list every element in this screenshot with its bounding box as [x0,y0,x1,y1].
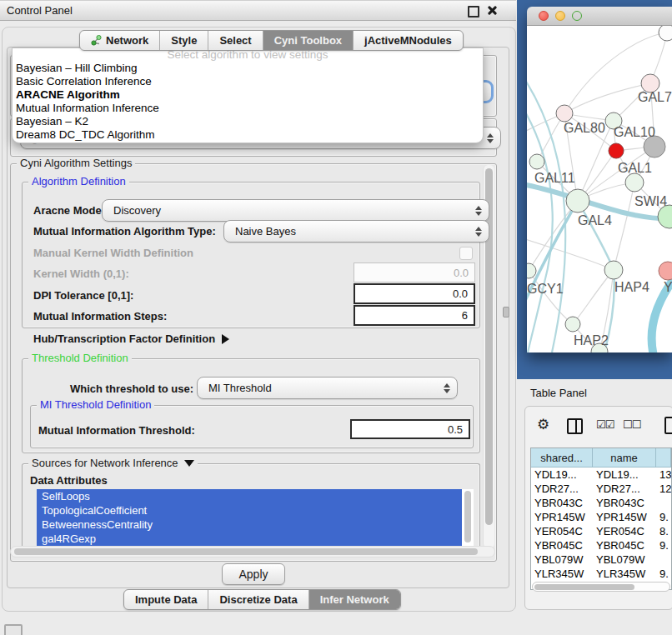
dpi-tolerance-field[interactable]: 0.0 [354,283,475,304]
mi-threshold-label: Mutual Information Threshold: [38,424,195,437]
column-header[interactable]: name [593,448,656,467]
close-icon[interactable] [487,5,498,16]
dropdown-item[interactable]: Mutual Information Inference [13,102,483,115]
network-window-titlebar[interactable] [527,7,672,26]
node-gal80[interactable] [556,105,573,122]
table-row[interactable]: YBR043C YBR043C [531,496,671,510]
table-cell: YPR145W [593,510,656,524]
table-cell: YDL19... [593,468,656,482]
table-cell: YBR045C [593,538,656,552]
node-gal4[interactable] [566,189,589,212]
table-horizontal-scrollbar[interactable] [532,582,670,592]
mi-type-label: Mutual Information Algorithm Type: [33,225,216,238]
mi-threshold-field[interactable]: 0.5 [350,419,470,439]
tab-discretize-data[interactable]: Discretize Data [208,590,308,609]
aracne-mode-label: Aracne Mode: [33,204,105,217]
node[interactable] [659,26,672,41]
table-cell: 9. [656,567,671,581]
minimize-traffic-light-icon[interactable] [555,11,565,21]
tab-select[interactable]: Select [208,31,262,50]
dropdown-item[interactable]: Bayesian – K2 [13,115,483,128]
chevron-right-icon [222,334,229,344]
node-pink[interactable] [659,262,672,280]
checked-columns-icon[interactable]: ☑☑ [596,418,614,431]
dropdown-item[interactable]: Dream8 DC_TDC Algorithm [13,128,483,142]
table-row[interactable]: YER054C YER054C 8. [531,524,671,538]
document-icon[interactable] [664,417,672,434]
tab-jactivemnodules[interactable]: jActiveMNodules [353,31,463,50]
minimized-panel-icon[interactable] [4,624,23,635]
node-hap4[interactable] [604,261,623,279]
tab-infer-network[interactable]: Infer Network [308,590,400,609]
network-view-window: GAL7 GAL80 GAL10 GAL11 GAL1 GAL4 SWI4 GC… [527,7,672,352]
scrollbar-thumb[interactable] [14,548,478,555]
table-row[interactable]: YPR145W YPR145W 9. [531,510,671,524]
node-gcy1[interactable] [527,263,536,278]
table-cell: YDR27... [593,482,656,496]
node-label: SWI4 [634,194,667,208]
algorithm-dropdown-popup: Select algorithm to view settings Bayesi… [12,48,484,143]
node-label: GAL10 [614,125,655,139]
list-item-selected[interactable]: gal4RGexp [37,532,462,546]
node-label: Y [664,280,672,294]
mi-threshold-group-title: MI Threshold Definition [37,399,154,411]
tab-cyni-toolbox[interactable]: Cyni Toolbox [263,31,353,50]
column-header[interactable]: shared... [531,448,593,467]
node-gal1[interactable] [625,173,644,192]
table-row[interactable]: YBR045C YBR045C 9. [531,538,671,552]
cyni-bottom-tabbar: Impute Data Discretize Data Infer Networ… [123,589,401,610]
kernel-width-field[interactable]: 0.0 [354,262,475,282]
table-cell: 8. [656,524,671,538]
dropdown-item[interactable]: Basic Correlation Inference [13,75,483,88]
table-row[interactable]: YLR345W YLR345W 9. [531,567,671,581]
mi-steps-field[interactable]: 6 [354,305,475,326]
table-cell: YBR043C [593,496,656,510]
spinner-icon [444,383,450,393]
dropdown-item-selected[interactable]: ARACNE Algorithm [13,88,483,102]
which-threshold-combo[interactable]: MI Threshold [197,377,458,399]
network-canvas[interactable]: GAL7 GAL80 GAL10 GAL11 GAL1 GAL4 SWI4 GC… [527,26,672,352]
table-row[interactable]: YDL19... YDL19... 13 [531,468,671,482]
table-cell: YBR045C [531,538,593,552]
manual-kernel-checkbox[interactable] [459,247,473,260]
dropdown-item[interactable]: Bayesian – Hill Climbing [13,62,483,75]
node-swi4[interactable] [658,205,672,228]
table-row[interactable]: YDR27... YDR27... 12 [531,482,671,496]
data-attributes-label: Data Attributes [30,474,108,487]
control-panel-title: Control Panel [7,1,73,20]
unchecked-columns-icon[interactable]: ☐☐ [623,418,640,431]
tab-style[interactable]: Style [159,31,208,50]
list-item-selected[interactable]: TopologicalCoefficient [37,503,462,518]
zoom-traffic-light-icon[interactable] [572,11,582,21]
node-label: GAL80 [564,121,605,135]
list-scrollbar-thumb[interactable] [464,491,471,542]
settings-horizontal-scrollbar[interactable] [10,546,495,558]
node-red-selected[interactable] [609,143,624,158]
apply-button[interactable]: Apply [222,563,285,585]
threshold-definition-title: Threshold Definition [28,352,132,364]
close-traffic-light-icon[interactable] [539,11,549,21]
hub-definition-toggle[interactable]: Hub/Transcription Factor Definition [33,332,229,345]
dpi-tolerance-label: DPI Tolerance [0,1]: [33,289,133,302]
settings-group-title: Cyni Algorithm Settings [17,158,135,169]
mi-algorithm-type-combo[interactable]: Naive Bayes [223,220,489,242]
table-cell [656,496,671,510]
data-attributes-list: SelfLoops TopologicalCoefficient Between… [37,489,474,546]
tab-network[interactable]: Network [80,31,159,50]
column-view-icon[interactable] [567,418,583,434]
scrollbar-thumb[interactable] [534,584,634,590]
list-item-selected[interactable]: BetweennessCentrality [37,518,462,532]
table-cell: YLR345W [531,567,593,581]
table-row[interactable]: YBL079W YBL079W [531,552,671,567]
list-item-selected[interactable]: SelfLoops [37,489,462,503]
float-panel-icon[interactable] [468,6,479,18]
aracne-mode-combo[interactable]: Discovery [102,199,489,222]
node-hap2[interactable] [565,317,580,332]
column-header[interactable] [656,448,671,467]
gear-icon[interactable]: ⚙ [537,418,549,432]
tab-impute-data[interactable]: Impute Data [124,590,208,609]
sources-group-title[interactable]: Sources for Network Inference [28,458,198,469]
node-gal11[interactable] [529,154,544,169]
splitpane-grip[interactable] [503,307,509,318]
chevron-down-icon [184,460,194,467]
